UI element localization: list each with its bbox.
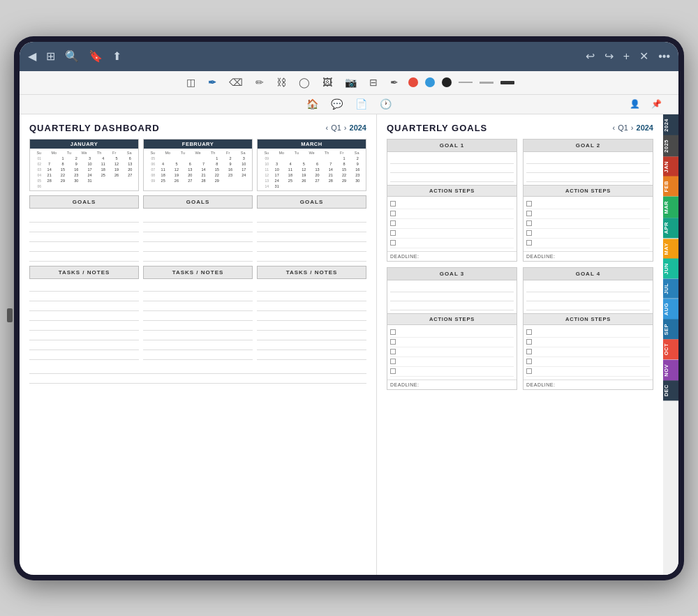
goal4-step1 <box>526 328 650 338</box>
undo-icon[interactable]: ↩ <box>586 50 595 63</box>
black-color-dot[interactable] <box>442 77 452 87</box>
toolbar2: 🏠 💬 📄 🕐 👤 📌 <box>20 95 678 114</box>
pin-tool[interactable]: 📌 <box>648 98 664 110</box>
mar-task-line-5 <box>257 321 366 331</box>
goal3-step4 <box>390 357 514 367</box>
tab-oct[interactable]: OCT <box>663 339 678 359</box>
goal3-line3 <box>390 301 514 310</box>
tab-sep[interactable]: SEP <box>663 320 678 340</box>
image-tool[interactable]: 🖼 <box>320 75 335 89</box>
stroke-thick[interactable] <box>500 81 514 84</box>
tab-mar[interactable]: MAR <box>663 197 678 218</box>
tab-jan[interactable]: JAN <box>663 157 678 177</box>
blue-color-dot[interactable] <box>425 77 435 87</box>
jan-tasks-btn[interactable]: TASKS / NOTES <box>29 266 139 279</box>
goal4-check1[interactable] <box>526 329 532 335</box>
clock-tool[interactable]: 🕐 <box>377 97 394 111</box>
tab-nov[interactable]: NOV <box>663 360 678 381</box>
goal1-check5[interactable] <box>390 240 396 246</box>
pen-tool[interactable]: ✒ <box>205 75 219 89</box>
dashboard-prev-btn[interactable]: ‹ <box>325 123 328 132</box>
goal1-check1[interactable] <box>390 201 396 206</box>
goal3-step3 <box>390 347 514 357</box>
tab-may[interactable]: MAY <box>663 239 678 259</box>
jan-goals-btn[interactable]: GOALS <box>29 195 139 209</box>
tab-jun[interactable]: JUN <box>663 259 678 279</box>
tab-dec[interactable]: DEC <box>663 380 678 400</box>
mar-goal-line-4 <box>257 242 366 252</box>
feb-goal-line-2 <box>143 223 253 232</box>
goal4-step2 <box>526 338 650 347</box>
goal1-deadline: DEADLINE: <box>387 251 517 261</box>
goal3-check2[interactable] <box>390 339 396 345</box>
tab-2025[interactable]: 2025 <box>663 135 678 157</box>
goal4-check2[interactable] <box>526 339 532 345</box>
feb-task-line-3 <box>143 301 253 311</box>
goal4-deadline: DEADLINE: <box>524 380 653 389</box>
calendar-march: MARCH SuMoTuWeThFrSa 09 -----12 10 <box>257 139 366 191</box>
tab-feb[interactable]: FEB <box>663 176 678 197</box>
tablet-frame: ◀ ⊞ 🔍 🔖 ⬆ ↩ ↪ + ✕ ••• ◫ ✒ ⌫ ✏ ⛓ ◯ 🖼 <box>14 36 684 580</box>
goal3-check4[interactable] <box>390 359 396 364</box>
lasso-tool[interactable]: ◯ <box>296 75 313 89</box>
goal-card-4: GOAL 4 ACTION STEPS <box>523 267 653 390</box>
goal1-check2[interactable] <box>390 211 396 216</box>
bookmark-icon[interactable]: 🔖 <box>89 50 103 63</box>
goal2-check5[interactable] <box>526 240 532 246</box>
stroke-thin[interactable] <box>459 82 473 83</box>
tab-jul[interactable]: JUL <box>663 279 678 299</box>
tab-apr[interactable]: APR <box>663 218 678 238</box>
tab-aug[interactable]: AUG <box>663 299 678 320</box>
mar-goals-btn[interactable]: GOALS <box>257 195 366 209</box>
feb-tasks-btn[interactable]: TASKS / NOTES <box>143 266 253 279</box>
crop-tool[interactable]: ⊟ <box>366 75 380 89</box>
tablet-icon[interactable]: ◫ <box>184 75 198 89</box>
dashboard-next-btn[interactable]: › <box>344 123 347 132</box>
goal1-check4[interactable] <box>390 230 396 236</box>
volume-button[interactable] <box>7 308 13 322</box>
add-icon[interactable]: + <box>623 50 630 63</box>
goal2-check1[interactable] <box>526 201 532 206</box>
shapes-tool[interactable]: ⛓ <box>274 75 289 89</box>
goals-prev-btn[interactable]: ‹ <box>612 123 615 132</box>
close-icon[interactable]: ✕ <box>639 50 648 63</box>
goal2-check2[interactable] <box>526 211 532 216</box>
goal3-check3[interactable] <box>390 349 396 354</box>
feb-task-line-7 <box>143 340 253 350</box>
goal1-check3[interactable] <box>390 220 396 226</box>
goal2-check4[interactable] <box>526 230 532 236</box>
red-color-dot[interactable] <box>408 77 418 87</box>
goal3-header: GOAL 3 <box>387 268 517 280</box>
goal4-check3[interactable] <box>526 349 532 354</box>
redo-icon[interactable]: ↪ <box>604 50 614 63</box>
goal4-check5[interactable] <box>526 368 532 374</box>
goal2-check3[interactable] <box>526 220 532 226</box>
grid-icon[interactable]: ⊞ <box>46 50 55 63</box>
pencil-tool[interactable]: ✏ <box>253 75 267 89</box>
more-icon[interactable]: ••• <box>658 50 670 63</box>
goals-next-btn[interactable]: › <box>631 123 634 132</box>
goal3-action-steps <box>387 325 517 380</box>
jan-goal-line-3 <box>29 232 139 242</box>
mar-tasks-btn[interactable]: TASKS / NOTES <box>257 266 366 279</box>
profile-tool[interactable]: 👤 <box>627 98 643 110</box>
stroke-medium[interactable] <box>480 82 493 84</box>
pages-tool[interactable]: 💬 <box>328 97 346 111</box>
home-tool[interactable]: 🏠 <box>304 97 321 111</box>
search-icon[interactable]: 🔍 <box>65 50 79 63</box>
feb-goals-btn[interactable]: GOALS <box>143 195 253 209</box>
camera-tool[interactable]: 📷 <box>342 75 359 89</box>
eraser-tool[interactable]: ⌫ <box>226 75 246 89</box>
side-tabs: 2024 2025 JAN FEB MAR APR MAY JUN JUL AU… <box>663 114 678 575</box>
tasks-row: TASKS / NOTES TASKS / NOTES TASKS / NOTE… <box>29 266 366 279</box>
mar-goal-line-2 <box>257 223 366 232</box>
goal3-check5[interactable] <box>390 368 396 374</box>
share-icon[interactable]: ⬆ <box>112 50 121 63</box>
marker-tool[interactable]: ✒ <box>387 75 401 89</box>
goal4-check4[interactable] <box>526 359 532 364</box>
doc-tool[interactable]: 📄 <box>352 97 370 111</box>
jan-task-line-8 <box>29 350 139 360</box>
back-icon[interactable]: ◀ <box>28 50 36 63</box>
goal3-check1[interactable] <box>390 329 396 335</box>
tab-2024[interactable]: 2024 <box>663 114 678 136</box>
